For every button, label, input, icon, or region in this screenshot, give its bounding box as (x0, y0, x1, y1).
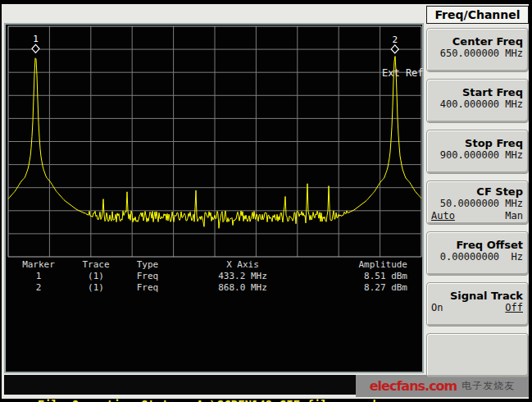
softkey-label: CF Step (431, 185, 523, 198)
marker-trace: (1) (71, 282, 120, 294)
type-col-header: Type (120, 259, 175, 271)
softkey-cf-step[interactable]: CF Step 50.0000000 MHz Auto Man (426, 180, 529, 225)
marker-2-diamond (391, 45, 398, 53)
ext-ref-indicator: Ext Ref (382, 67, 424, 79)
amplitude-col-header: Amplitude (311, 259, 422, 271)
softkey-toggle: On Off (431, 302, 523, 314)
softkey-label: Freq Offset (431, 239, 523, 251)
softkey-label: Signal Track (431, 290, 523, 302)
softkey-value: 0.00000000 Hz (431, 251, 523, 263)
xaxis-col-header: X Axis (175, 259, 311, 271)
softkey-buttons: Center Freq 650.000000 MHz Start Freq 40… (426, 28, 529, 377)
marker-number: 2 (6, 282, 71, 294)
softkey-blank[interactable] (426, 333, 529, 377)
marker-type: Freq (120, 271, 175, 282)
softkey-toggle: Auto Man (431, 210, 523, 222)
marker-type: Freq (120, 282, 175, 294)
softkey-value: 400.000000 MHz (431, 98, 523, 111)
marker-table-header: Marker Trace Type X Axis Amplitude (6, 259, 422, 271)
grid-lines (8, 26, 421, 257)
marker-col-header: Marker (6, 259, 71, 271)
spectrum-graticule: 12 (7, 25, 422, 258)
marker-trace: (1) (71, 271, 120, 282)
menu-title: Freq/Channel (426, 6, 529, 24)
softkey-stop-freq[interactable]: Stop Freq 900.000000 MHz (426, 130, 529, 174)
marker-2-label: 2 (392, 34, 398, 45)
softkey-value: 650.000000 MHz (431, 48, 523, 60)
softkey-menu: Freq/Channel Center Freq 650.000000 MHz … (426, 6, 529, 377)
marker-row-2: 2 (1) Freq 868.0 MHz 8.27 dBm (6, 282, 422, 294)
marker-xaxis: 433.2 MHz (175, 271, 311, 282)
softkey-value: 900.000000 MHz (431, 149, 523, 162)
toggle-man: Man (505, 210, 523, 222)
status-bar: File Operation Status, A:\SCREN149.GIF f… (4, 375, 360, 395)
marker-number: 1 (6, 271, 71, 282)
elecfans-cjk-text: 电子发烧友 (462, 379, 515, 393)
watermark: elecfans.com 电子发烧友 (356, 375, 529, 397)
trace-col-header: Trace (71, 259, 120, 271)
toggle-auto: Auto (431, 210, 455, 222)
softkey-signal-track[interactable]: Signal Track On Off (426, 282, 529, 327)
softkey-value: 50.0000000 MHz (431, 198, 523, 210)
marker-row-1: 1 (1) Freq 433.2 MHz 8.51 dBm (6, 271, 422, 282)
softkey-start-freq[interactable]: Start Freq 400.000000 MHz (426, 79, 529, 123)
toggle-on: On (431, 302, 443, 314)
status-text: File Operation Status, A:\SCREN149.GIF f… (38, 398, 376, 402)
marker-1-label: 1 (33, 34, 39, 44)
marker-1-diamond (32, 44, 39, 53)
analyzer-screen: 12 Ext Ref Marker Trace Type X Axis Ampl… (2, 4, 529, 399)
toggle-off: Off (505, 302, 523, 314)
marker-table: Marker Trace Type X Axis Amplitude 1 (1)… (6, 259, 422, 294)
marker-amplitude: 8.51 dBm (311, 271, 422, 282)
marker-xaxis: 868.0 MHz (175, 282, 311, 294)
softkey-label: Center Freq (431, 35, 523, 48)
softkey-label: Stop Freq (431, 137, 523, 149)
softkey-center-freq[interactable]: Center Freq 650.000000 MHz (426, 28, 529, 72)
elecfans-logo: elecfans.com (370, 378, 457, 394)
spectrum-display: 12 Ext Ref Marker Trace Type X Axis Ampl… (4, 23, 424, 373)
marker-amplitude: 8.27 dBm (311, 282, 422, 294)
softkey-label: Start Freq (431, 86, 523, 98)
softkey-freq-offset[interactable]: Freq Offset 0.00000000 Hz (426, 231, 529, 276)
